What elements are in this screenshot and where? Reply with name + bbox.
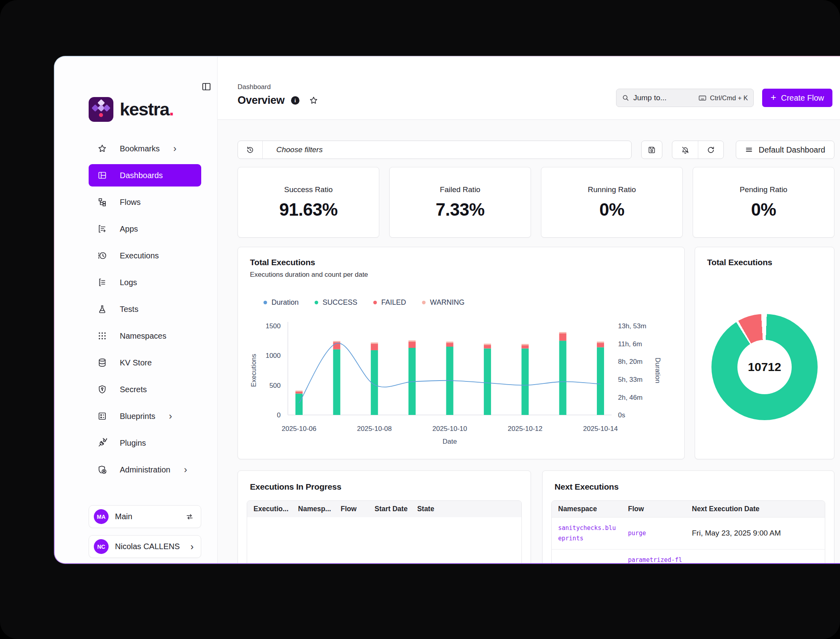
legend-warning[interactable]: WARNING <box>422 298 464 307</box>
create-flow-button[interactable]: + Create Flow <box>762 89 832 107</box>
sidebar-item-bookmarks[interactable]: Bookmarks› <box>89 137 201 160</box>
app-window-frame: kestra. Bookmarks› Dashboards Flows Apps <box>54 56 840 564</box>
svg-text:Executions: Executions <box>250 354 258 387</box>
sidebar: kestra. Bookmarks› Dashboards Flows Apps <box>55 57 218 563</box>
svg-text:0s: 0s <box>618 411 625 419</box>
workspace-selector[interactable]: MA Main <box>89 505 201 528</box>
main-area: Dashboard Overview i Jump to... Ctrl/Cmd… <box>218 57 840 563</box>
next-executions-title: Next Executions <box>543 471 834 492</box>
alerts-off-icon <box>681 146 689 154</box>
in-progress-table: Executio...Namesp...FlowStart DateState <box>247 500 522 563</box>
charts-row: Total Executions Executions duration and… <box>238 247 834 459</box>
workspace-avatar: MA <box>94 509 109 524</box>
sidebar-item-namespaces[interactable]: Namespaces <box>89 325 201 347</box>
failed-dot <box>373 301 377 304</box>
kestra-logo-icon <box>89 97 113 122</box>
save-filter-button[interactable] <box>641 141 662 159</box>
sidebar-item-logs[interactable]: Logs <box>89 271 201 294</box>
apps-icon <box>97 224 107 234</box>
column-header[interactable]: Flow <box>622 501 685 518</box>
in-progress-title: Executions In Progress <box>238 471 531 492</box>
keyboard-shortcut: Ctrl/Cmd + K <box>698 94 748 102</box>
default-dashboard-button[interactable]: Default Dashboard <box>736 141 834 159</box>
chart-legend: Duration SUCCESS FAILED WARNING <box>263 298 464 307</box>
next-executions-table: NamespaceFlowNext Execution Date sanityc… <box>551 500 825 563</box>
duration-dot <box>263 301 267 304</box>
logs-icon <box>97 278 107 287</box>
plus-icon: + <box>771 92 776 103</box>
column-header[interactable]: Start Date <box>368 501 411 517</box>
svg-text:8h, 20m: 8h, 20m <box>618 358 642 365</box>
executions-bar-chart[interactable]: 0500100015000s2h, 46m5h, 33m8h, 20m11h, … <box>238 315 685 455</box>
column-header[interactable]: State <box>411 501 521 517</box>
legend-failed[interactable]: FAILED <box>373 298 406 307</box>
svg-text:0: 0 <box>277 411 281 419</box>
jump-to-search[interactable]: Jump to... Ctrl/Cmd + K <box>616 89 754 107</box>
sidebar-item-blueprints[interactable]: Blueprints› <box>89 405 201 427</box>
sidebar-item-apps[interactable]: Apps <box>89 218 201 240</box>
donut-total-value: 10712 <box>737 340 792 394</box>
total-executions-donut-card: Total Executions 10712 <box>695 247 834 459</box>
kestra-logo-text: kestra. <box>120 99 174 120</box>
menu-icon <box>745 146 753 154</box>
page-header: Dashboard Overview i Jump to... Ctrl/Cmd… <box>218 57 840 120</box>
success-ratio-card: Success Ratio 91.63% <box>238 167 379 238</box>
switch-workspace-icon <box>186 513 194 521</box>
dashboard-content: Choose filters Default Dashboard <box>218 120 840 563</box>
donut-title: Total Executions <box>707 258 772 267</box>
filters-control: Choose filters <box>238 141 632 159</box>
sidebar-item-tests[interactable]: Tests <box>89 298 201 320</box>
svg-text:1000: 1000 <box>265 352 281 359</box>
table-row[interactable]: parametrized-flow- <box>552 550 825 564</box>
search-placeholder: Jump to... <box>633 93 694 102</box>
sidebar-item-secrets[interactable]: Secrets <box>89 378 201 401</box>
stats-row: Success Ratio 91.63% Failed Ratio 7.33% … <box>238 167 834 238</box>
total-executions-chart-card: Total Executions Executions duration and… <box>238 247 685 459</box>
column-header[interactable]: Flow <box>334 501 368 517</box>
refresh-button[interactable] <box>698 141 723 159</box>
sidebar-item-administration[interactable]: Administration› <box>89 458 201 481</box>
svg-text:Duration: Duration <box>654 357 662 383</box>
sidebar-item-flows[interactable]: Flows <box>89 191 201 213</box>
filter-history-button[interactable] <box>238 141 263 159</box>
table-row[interactable]: sanitychecks.blueprintspurgeFri, May 23,… <box>552 518 825 550</box>
legend-duration[interactable]: Duration <box>263 298 299 307</box>
flows-icon <box>97 197 107 207</box>
star-icon <box>97 144 107 153</box>
svg-text:2025-10-08: 2025-10-08 <box>357 425 392 433</box>
sidebar-item-plugins[interactable]: Plugins <box>89 432 201 454</box>
alerts-off-button[interactable] <box>672 141 698 159</box>
sidebar-collapse-icon[interactable] <box>201 81 212 92</box>
keyboard-icon <box>698 94 707 102</box>
user-menu[interactable]: NC Nicolas CALLENS › <box>89 535 201 558</box>
chart-toolbar <box>672 141 724 159</box>
next-executions-card: Next Executions NamespaceFlowNext Execut… <box>542 470 834 563</box>
breadcrumb[interactable]: Dashboard <box>238 83 271 91</box>
svg-text:1500: 1500 <box>265 322 281 330</box>
kestra-app-window: kestra. Bookmarks› Dashboards Flows Apps <box>55 57 840 563</box>
sidebar-item-kv-store[interactable]: KV Store <box>89 351 201 374</box>
search-icon <box>622 94 629 101</box>
failed-ratio-card: Failed Ratio 7.33% <box>389 167 531 238</box>
sidebar-item-executions[interactable]: Executions <box>89 244 201 267</box>
warning-dot <box>422 301 426 304</box>
column-header[interactable]: Namesp... <box>292 501 335 517</box>
info-icon[interactable]: i <box>291 96 299 105</box>
legend-success[interactable]: SUCCESS <box>315 298 357 307</box>
shield-key-icon <box>97 385 107 394</box>
next-executions-header-row: NamespaceFlowNext Execution Date <box>552 501 825 518</box>
tables-row: Executions In Progress Executio...Namesp… <box>238 470 834 563</box>
svg-text:13h, 53m: 13h, 53m <box>618 322 646 330</box>
favorite-star-icon[interactable] <box>309 96 318 105</box>
sidebar-nav: Bookmarks› Dashboards Flows Apps Executi… <box>89 137 201 485</box>
dots-grid-icon <box>97 331 107 341</box>
pending-ratio-card: Pending Ratio 0% <box>693 167 834 238</box>
blueprints-icon <box>97 411 107 421</box>
column-header[interactable]: Executio... <box>247 501 292 517</box>
column-header[interactable]: Next Execution Date <box>685 501 825 518</box>
executions-donut-chart[interactable]: 10712 <box>711 314 818 420</box>
executions-in-progress-card: Executions In Progress Executio...Namesp… <box>238 470 531 563</box>
sidebar-item-dashboards[interactable]: Dashboards <box>89 164 201 187</box>
choose-filters-input[interactable]: Choose filters <box>263 141 631 159</box>
column-header[interactable]: Namespace <box>552 501 622 518</box>
